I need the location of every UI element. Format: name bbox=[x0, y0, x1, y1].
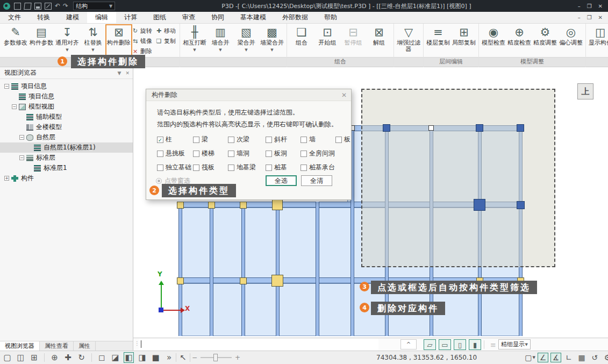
tree-item-自然层[interactable]: −自然层 bbox=[0, 132, 133, 142]
column[interactable] bbox=[428, 125, 434, 131]
orbit-center-icon[interactable]: ↺ bbox=[589, 353, 600, 362]
angle-snap-icon[interactable]: ∠ bbox=[538, 353, 548, 362]
checkbox-板洞[interactable]: 板洞 bbox=[266, 149, 287, 158]
rotate-button[interactable]: ↻旋转 bbox=[132, 26, 155, 36]
menu-item-转换[interactable]: 转换 bbox=[29, 12, 58, 23]
column[interactable] bbox=[517, 124, 524, 132]
pause-group-button[interactable]: ⊟暂停组 bbox=[340, 25, 366, 57]
save-icon[interactable] bbox=[34, 3, 41, 10]
beam-merge-button[interactable]: ▧梁合并▼ bbox=[233, 25, 259, 57]
menu-item-文件[interactable]: 文件 bbox=[0, 12, 29, 23]
new-file-icon[interactable] bbox=[14, 3, 21, 10]
menu-item-计算[interactable]: 计算 bbox=[116, 12, 145, 23]
plus-expander-icon[interactable]: + bbox=[4, 176, 9, 181]
undo-icon[interactable]: ↶ bbox=[55, 2, 60, 10]
start-group-button[interactable]: ⊡开始组 bbox=[314, 25, 340, 57]
precision-adjust-button[interactable]: ⚙精度调整 bbox=[532, 25, 558, 57]
general-align-button[interactable]: ↧通用对齐▼ bbox=[54, 25, 80, 57]
tree-item-项目信息[interactable]: 项目信息 bbox=[0, 91, 133, 102]
mode-selector[interactable]: 结构 ▼ bbox=[73, 2, 115, 10]
menu-item-协同[interactable]: 协同 bbox=[203, 12, 232, 23]
highlighted-column[interactable] bbox=[177, 202, 184, 209]
select-cursor-icon[interactable]: ↖ bbox=[178, 353, 188, 362]
pan-icon[interactable]: ✚ bbox=[63, 353, 73, 362]
highlighted-column[interactable] bbox=[271, 275, 283, 287]
select-all-button[interactable]: 全选 bbox=[266, 175, 297, 186]
partial-copy-button[interactable]: ⊞局部复制 bbox=[451, 25, 477, 57]
checkbox-斜杆[interactable]: 斜杆 bbox=[266, 135, 287, 144]
save-as-icon[interactable] bbox=[45, 3, 52, 10]
column-replace-button[interactable]: ⇅柱替换▼ bbox=[80, 25, 106, 57]
highlighted-column[interactable] bbox=[240, 277, 247, 284]
highlighted-column[interactable] bbox=[208, 202, 215, 209]
member-params-button[interactable]: ▤构件参数 bbox=[28, 25, 54, 57]
more-icon[interactable]: » bbox=[164, 353, 174, 362]
menu-item-建模[interactable]: 建模 bbox=[58, 12, 87, 23]
open-file-icon[interactable] bbox=[24, 3, 31, 10]
sheet-icon[interactable]: ▢ bbox=[2, 353, 12, 362]
menu-item-编辑[interactable]: 编辑 bbox=[87, 12, 116, 23]
doc-restore-button[interactable]: ❐ bbox=[587, 15, 592, 20]
restore-button[interactable]: ❐ bbox=[587, 3, 592, 9]
checkbox-次梁[interactable]: 次梁 bbox=[228, 135, 249, 144]
tree-item-自然层1(标准层1)[interactable]: 自然层1(标准层1) bbox=[0, 142, 133, 153]
menu-item-外部数据[interactable]: 外部数据 bbox=[274, 12, 316, 23]
group-button[interactable]: ❑组合 bbox=[289, 25, 314, 57]
viewport-icon[interactable]: ◫ bbox=[16, 353, 26, 362]
model-canvas[interactable]: 上 Y X 构件删除 ✕ 请勾选目标构件类型后，使用左键选择过滤范围。 范围内的… bbox=[133, 67, 608, 338]
panel-close-icon[interactable]: ✕ bbox=[125, 70, 130, 76]
zoom-track[interactable] bbox=[201, 357, 232, 358]
move-button[interactable]: ✚移动 bbox=[155, 26, 178, 36]
menu-item-帮助[interactable]: 帮助 bbox=[316, 12, 345, 23]
panel-tab-属性[interactable]: 属性 bbox=[74, 341, 96, 351]
display-mode-dropdown[interactable]: 精细显示 ▼ bbox=[498, 339, 531, 349]
cube-solid-icon[interactable]: ■ bbox=[151, 353, 161, 362]
dialog-close-icon[interactable]: ✕ bbox=[341, 91, 347, 99]
minus-expander-icon[interactable]: − bbox=[19, 135, 24, 140]
grid-icon[interactable]: ▦ bbox=[576, 353, 587, 362]
minus-expander-icon[interactable]: − bbox=[12, 104, 17, 109]
settings-gear-icon[interactable]: ⚙ bbox=[602, 353, 608, 362]
panel-tab-属性查看[interactable]: 属性查看 bbox=[40, 341, 74, 351]
menu-item-审查[interactable]: 审查 bbox=[174, 12, 203, 23]
highlighted-column[interactable] bbox=[240, 202, 247, 209]
precision-check-button[interactable]: ⊕精度检查 bbox=[506, 25, 532, 57]
model-check-button[interactable]: ◉模型检查 bbox=[481, 25, 506, 57]
checkbox-板[interactable]: 板 bbox=[335, 135, 351, 144]
zoom-slider[interactable]: − + bbox=[192, 354, 240, 361]
menu-item-图纸[interactable]: 图纸 bbox=[145, 12, 174, 23]
eccentric-adjust-button[interactable]: ◎偏心调整 bbox=[558, 25, 584, 57]
command-input[interactable] bbox=[139, 339, 378, 350]
tree-item-标准层1[interactable]: 标准层1 bbox=[0, 163, 133, 173]
column[interactable] bbox=[474, 199, 485, 211]
show-members-button[interactable]: ◫显示构件 bbox=[588, 25, 608, 57]
enhanced-filter-button[interactable]: ▽增强过滤器 bbox=[396, 25, 421, 57]
checkbox-桩基承台[interactable]: 桩基承台 bbox=[301, 163, 335, 172]
checkbox-墙洞[interactable]: 墙洞 bbox=[228, 149, 249, 158]
doc-minimize-button[interactable]: – bbox=[578, 15, 581, 20]
doc-close-button[interactable]: ✕ bbox=[598, 15, 603, 20]
panel-tab-视图浏览器[interactable]: 视图浏览器 bbox=[0, 341, 40, 351]
menu-item-基本建模[interactable]: 基本建模 bbox=[232, 12, 274, 23]
checkbox-梁[interactable]: 梁 bbox=[193, 135, 208, 144]
polar-snap-icon[interactable]: ∡ bbox=[550, 353, 561, 362]
panel-menu-icon[interactable]: ▼ bbox=[118, 70, 121, 76]
highlighted-column[interactable] bbox=[177, 277, 184, 284]
section-display-icon[interactable]: ≡ bbox=[487, 339, 499, 350]
member-delete-button[interactable]: ⊠构件删除 bbox=[106, 25, 132, 57]
column[interactable] bbox=[383, 124, 390, 132]
tree-item-构件[interactable]: +构件 bbox=[0, 173, 133, 183]
checkbox-独立基础[interactable]: 独立基础 bbox=[157, 163, 191, 172]
redo-icon[interactable]: ↷ bbox=[63, 2, 68, 10]
checkbox-地基梁[interactable]: 地基梁 bbox=[228, 163, 256, 172]
beam-display-icon[interactable]: ▭ bbox=[439, 339, 451, 350]
minus-expander-icon[interactable]: − bbox=[19, 155, 24, 160]
zoom-in-icon[interactable]: + bbox=[235, 354, 240, 361]
column[interactable] bbox=[476, 124, 483, 132]
tree-item-辅助模型[interactable]: 辅助模型 bbox=[0, 112, 133, 122]
minimize-button[interactable]: – bbox=[578, 3, 581, 9]
mirror-button[interactable]: ⇆镜像 bbox=[132, 36, 155, 46]
param-edit-button[interactable]: ✎参数修改 bbox=[3, 25, 28, 57]
close-button[interactable]: ✕ bbox=[598, 3, 603, 9]
add-view-icon[interactable]: ⊞ bbox=[29, 353, 39, 362]
